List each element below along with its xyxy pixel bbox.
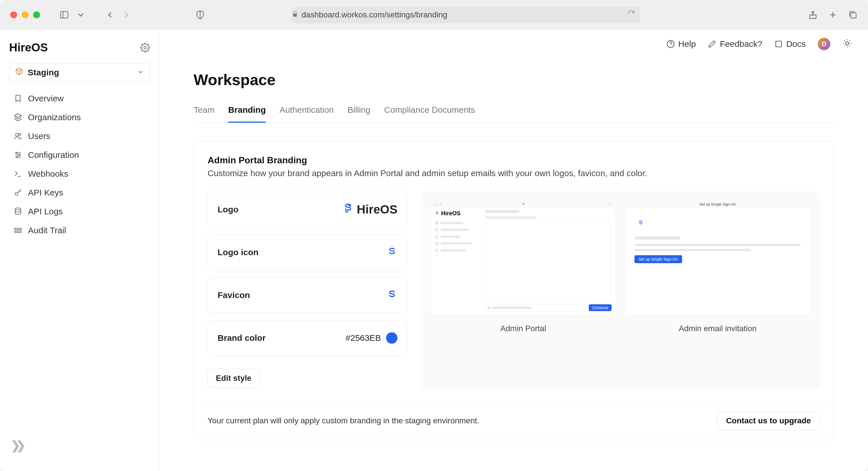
tab-branding[interactable]: Branding (228, 101, 266, 123)
admin-email-preview: Set up Single Sign-On (625, 201, 810, 315)
setting-label: Brand color (218, 333, 266, 343)
share-icon[interactable] (808, 10, 818, 20)
branding-card: Admin Portal Branding Customize how your… (194, 141, 834, 440)
preview-brand: HireOS (435, 210, 480, 217)
continue-button: Continue (589, 304, 612, 311)
plan-notice: Your current plan will only apply custom… (208, 416, 479, 425)
tab-billing[interactable]: Billing (347, 101, 370, 123)
svg-rect-0 (61, 11, 68, 18)
help-link[interactable]: Help (666, 39, 696, 49)
sidebar-item-label: Organizations (28, 113, 81, 122)
preview-caption: Admin Portal (500, 324, 546, 333)
tabs-overview-icon[interactable] (848, 10, 858, 20)
setting-favicon[interactable]: Favicon (208, 278, 407, 313)
url-text: dashboard.workos.com/settings/branding (302, 10, 447, 20)
setting-label: Logo (218, 205, 239, 214)
logo-preview: HireOS (342, 203, 398, 217)
svg-point-7 (144, 46, 147, 49)
admin-portal-preview: HireOS (431, 201, 616, 315)
window-minimize-icon[interactable] (22, 11, 29, 18)
svg-marker-8 (14, 114, 22, 118)
preview-caption: Admin email invitation (679, 324, 756, 333)
docs-link[interactable]: Docs (774, 39, 806, 49)
svg-rect-20 (15, 228, 22, 230)
sidebar-item-users[interactable]: Users (9, 127, 150, 145)
sidebar-item-api-logs[interactable]: API Logs (9, 203, 150, 220)
browser-chrome: dashboard.workos.com/settings/branding (0, 0, 868, 30)
setting-logo[interactable]: Logo HireOS (208, 192, 407, 227)
avatar[interactable]: D (818, 38, 830, 50)
sidebar-toggle-icon[interactable] (59, 10, 69, 20)
svg-point-15 (19, 154, 20, 156)
edit-style-button[interactable]: Edit style (208, 369, 259, 388)
environment-label: Staging (28, 68, 59, 77)
brand-color-value: #2563EB (346, 333, 381, 343)
svg-point-14 (16, 152, 18, 154)
gear-icon[interactable] (140, 43, 150, 53)
setting-label: Favicon (218, 290, 250, 300)
svg-rect-21 (15, 231, 22, 233)
app-name: HireOS (9, 41, 48, 54)
setting-logo-icon[interactable]: Logo icon (208, 234, 407, 270)
svg-line-31 (844, 46, 845, 46)
sidebar-item-label: Webhooks (28, 169, 68, 179)
svg-line-32 (849, 40, 850, 41)
brand-s-icon (522, 202, 525, 207)
window-close-icon[interactable] (10, 11, 17, 18)
new-tab-icon[interactable] (828, 10, 838, 20)
email-cta-button: Set up Single Sign-On (634, 255, 682, 263)
contact-upgrade-button[interactable]: Contact us to upgrade (717, 411, 820, 430)
sidebar-item-label: Overview (28, 94, 64, 103)
sidebar: HireOS Staging Overview (0, 30, 159, 471)
svg-line-27 (844, 40, 845, 41)
theme-toggle-icon[interactable] (842, 38, 852, 50)
section-title: Admin Portal Branding (208, 155, 820, 165)
sidebar-item-api-keys[interactable]: API Keys (9, 184, 150, 201)
preview-panel: HireOS (421, 192, 820, 388)
svg-point-24 (845, 42, 848, 45)
window-zoom-icon[interactable] (33, 11, 40, 18)
brand-s-icon (386, 247, 398, 258)
topbar: Help Feedback? Docs D (159, 30, 868, 58)
sidebar-item-organizations[interactable]: Organizations (9, 108, 150, 126)
svg-line-28 (849, 46, 850, 46)
sidebar-item-audit-trail[interactable]: Audit Trail (9, 221, 150, 239)
svg-point-19 (15, 208, 21, 210)
svg-rect-6 (851, 12, 856, 18)
svg-point-16 (17, 156, 18, 158)
brand-s-icon (386, 290, 398, 301)
sidebar-item-configuration[interactable]: Configuration (9, 146, 150, 164)
sidebar-item-webhooks[interactable]: Webhooks (9, 165, 150, 183)
tab-compliance-documents[interactable]: Compliance Documents (384, 101, 475, 123)
setting-label: Logo icon (218, 248, 258, 257)
url-bar[interactable]: dashboard.workos.com/settings/branding (292, 6, 640, 23)
tab-authentication[interactable]: Authentication (280, 101, 334, 123)
svg-point-18 (15, 192, 18, 195)
sidebar-item-label: Users (28, 131, 50, 141)
nav-forward-icon (122, 10, 131, 20)
sidebar-item-label: API Keys (28, 188, 63, 197)
email-subject: Set up Single Sign-On (699, 202, 736, 207)
svg-point-10 (19, 133, 21, 135)
feedback-link[interactable]: Feedback? (708, 39, 762, 49)
brand-s-icon (634, 217, 647, 229)
tabs: Team Branding Authentication Billing Com… (194, 101, 834, 123)
chevron-down-icon[interactable] (76, 10, 86, 20)
tab-team[interactable]: Team (194, 101, 214, 123)
nav-back-icon[interactable] (105, 10, 115, 20)
privacy-shield-icon[interactable] (195, 10, 205, 20)
lock-icon (292, 10, 298, 20)
workos-logo-icon (9, 437, 150, 460)
color-swatch (386, 332, 398, 344)
sidebar-item-label: Configuration (28, 150, 79, 160)
chevron-down-icon (137, 68, 144, 77)
page-title: Workspace (194, 71, 834, 89)
setting-brand-color[interactable]: Brand color #2563EB (208, 320, 407, 356)
environment-select[interactable]: Staging (9, 63, 150, 82)
sidebar-item-overview[interactable]: Overview (9, 90, 150, 107)
traffic-lights (10, 11, 40, 18)
section-description: Customize how your brand appears in Admi… (208, 168, 820, 178)
brand-s-icon (342, 203, 354, 217)
reload-icon[interactable] (628, 10, 635, 20)
svg-point-9 (16, 133, 18, 136)
